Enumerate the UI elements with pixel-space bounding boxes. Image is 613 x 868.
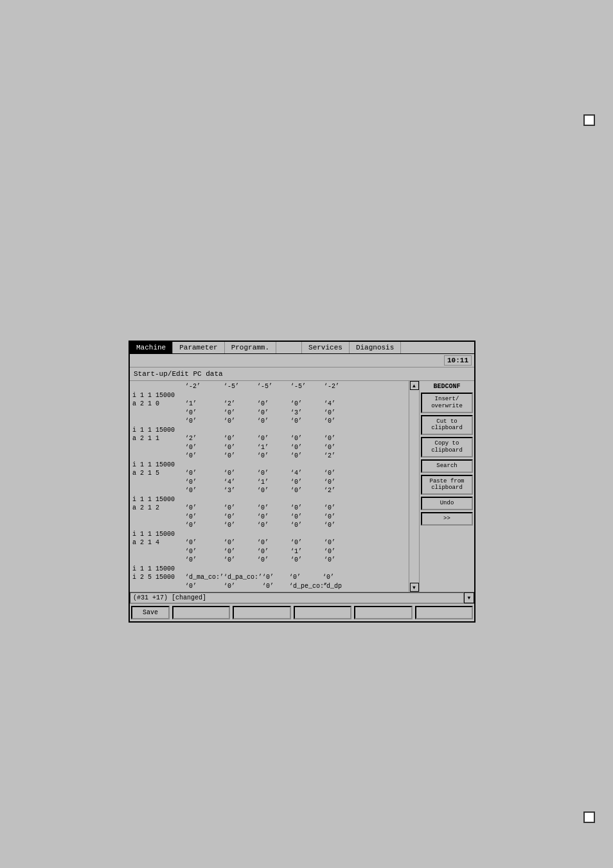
save-bar: Save bbox=[130, 604, 474, 621]
menu-item-diagnosis[interactable]: Diagnosis bbox=[350, 342, 401, 353]
save-button[interactable]: Save bbox=[131, 606, 170, 619]
table-row: ‘0’ ‘0’ ‘0’ ‘0’ ‘0’ bbox=[132, 556, 406, 565]
corner-square-bottom bbox=[583, 811, 595, 823]
table-row: ‘-2’ ‘-5’ ‘-5’ ‘-5’ ‘-2’ bbox=[132, 382, 406, 391]
table-row: ‘0’ ‘3’ ‘0’ ‘0’ ‘2’ bbox=[132, 486, 406, 495]
copy-to-clipboard-button[interactable]: Copy toclipboard bbox=[421, 437, 473, 457]
table-row: ‘0’ ‘0’ ‘0’ ‘0’ ‘2’ bbox=[132, 452, 406, 461]
table-row: a 2 1 5 ‘0’ ‘0’ ‘0’ ‘4’ ‘0’ bbox=[132, 469, 406, 478]
main-area: ‘-2’ ‘-5’ ‘-5’ ‘-5’ ‘-2’ i 1 1 15000 a 2… bbox=[130, 381, 474, 592]
table-row: i 1 1 15000 bbox=[132, 530, 406, 539]
app-window: Machine Parameter Programm. Services Dia… bbox=[129, 341, 475, 623]
status-text: (#31 +17) [changed] bbox=[130, 592, 464, 603]
table-row: ‘0’ ‘4’ ‘1’ ‘0’ ‘0’ bbox=[132, 478, 406, 487]
cut-to-clipboard-button[interactable]: Cut toclipboard bbox=[421, 415, 473, 436]
table-row: ‘0’ ‘0’ ‘0’ ‘0’ ‘0’ bbox=[132, 417, 406, 426]
status-scroll-down[interactable]: ▼ bbox=[464, 592, 474, 603]
data-content: ‘-2’ ‘-5’ ‘-5’ ‘-5’ ‘-2’ i 1 1 15000 a 2… bbox=[130, 381, 409, 592]
status-bar: (#31 +17) [changed] ▼ bbox=[130, 592, 474, 604]
sub-header: 10:11 bbox=[130, 354, 474, 368]
menu-item-parameter[interactable]: Parameter bbox=[173, 342, 224, 353]
save-slot-3 bbox=[233, 606, 290, 619]
table-row: a 2 1 1 ‘2’ ‘0’ ‘0’ ‘0’ ‘0’ bbox=[132, 434, 406, 443]
undo-button[interactable]: Undo bbox=[421, 497, 473, 510]
insert-overwrite-button[interactable]: Insert/overwrite bbox=[421, 393, 473, 413]
table-row: a 2 1 4 ‘0’ ‘0’ ‘0’ ‘0’ ‘0’ bbox=[132, 538, 406, 547]
menu-bar: Machine Parameter Programm. Services Dia… bbox=[130, 342, 474, 354]
table-row: ‘0’ ‘0’ ‘0’ ‘3’ ‘0’ bbox=[132, 409, 406, 418]
paste-from-clipboard-button[interactable]: Paste fromclipboard bbox=[421, 475, 473, 495]
table-row: i 1 1 15000 bbox=[132, 391, 406, 400]
menu-item-services[interactable]: Services bbox=[302, 342, 350, 353]
table-row: ‘0’ ‘0’ ‘0’ ‘0’ ‘0’ bbox=[132, 513, 406, 522]
save-slot-4 bbox=[294, 606, 351, 619]
title-text: Start-up/Edit PC data bbox=[134, 370, 223, 378]
table-row: ‘0’ ‘0’ ‘0’ ‘0’ ‘0’ bbox=[132, 521, 406, 530]
save-slot-6 bbox=[415, 606, 473, 619]
table-row: i 1 1 15000 bbox=[132, 565, 406, 574]
next-button[interactable]: >> bbox=[421, 512, 473, 526]
table-row: a 2 1 0 ‘1’ ‘2’ ‘0’ ‘0’ ‘4’ bbox=[132, 400, 406, 409]
search-button[interactable]: Search bbox=[421, 459, 473, 473]
scrollbar: ▲ ▼ bbox=[409, 381, 420, 592]
table-row: a 2 1 2 ‘0’ ‘0’ ‘0’ ‘0’ ‘0’ bbox=[132, 504, 406, 513]
menu-item-programm[interactable]: Programm. bbox=[225, 342, 276, 353]
sidebar-label: BEDCONF bbox=[421, 382, 473, 391]
time-display: 10:11 bbox=[444, 355, 472, 366]
menu-items-group: Machine Parameter Programm. Services Dia… bbox=[130, 342, 474, 353]
scroll-up-button[interactable]: ▲ bbox=[410, 381, 419, 390]
save-slot-2 bbox=[172, 606, 230, 619]
save-slot-5 bbox=[354, 606, 412, 619]
table-row: ‘0’ ‘0’ ‘0’ ‘d_pe_co:’ ‘d_dp bbox=[132, 582, 406, 591]
menu-item-machine[interactable]: Machine bbox=[130, 342, 173, 353]
table-row: i 1 1 15000 bbox=[132, 426, 406, 435]
table-row: i 1 1 15000 bbox=[132, 461, 406, 470]
title-bar: Start-up/Edit PC data bbox=[130, 368, 474, 381]
table-row: ‘0’ ‘0’ ‘0’ ‘1’ ‘0’ bbox=[132, 547, 406, 556]
table-row: i 1 1 15000 bbox=[132, 495, 406, 504]
corner-square-top bbox=[583, 114, 595, 126]
data-panel: ‘-2’ ‘-5’ ‘-5’ ‘-5’ ‘-2’ i 1 1 15000 a 2… bbox=[130, 381, 409, 592]
table-row: i 2 5 15000 ‘d_ma_co:’ ‘d_pa_co:’ ‘0’ ‘0… bbox=[132, 573, 406, 582]
table-row: ‘0’ ‘0’ ‘1’ ‘0’ ‘0’ bbox=[132, 443, 406, 452]
scroll-down-button[interactable]: ▼ bbox=[410, 583, 419, 592]
menu-item-empty bbox=[276, 342, 302, 353]
right-sidebar: BEDCONF Insert/overwrite Cut toclipboard… bbox=[420, 381, 474, 592]
